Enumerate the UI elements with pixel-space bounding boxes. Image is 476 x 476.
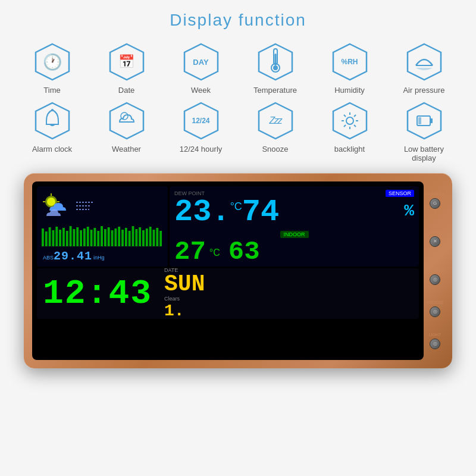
battery-label: Low battery display — [393, 145, 455, 162]
indoor-reading: 27 °C 63 — [174, 239, 414, 265]
temperature-label: Temperature — [253, 86, 297, 95]
svg-line-24 — [354, 125, 356, 127]
svg-point-7 — [273, 65, 278, 70]
svg-rect-61 — [114, 228, 117, 246]
indoor-temp-display: 27 — [174, 239, 206, 265]
side-buttons: CHANNEL G + MODE ✕ SET MAX/MIN ◎ — [426, 181, 444, 360]
svg-point-32 — [47, 198, 55, 206]
light-label: LIGHT — [429, 333, 441, 337]
svg-rect-44 — [55, 227, 58, 246]
time-label: Time — [43, 86, 60, 95]
svg-rect-55 — [93, 228, 96, 246]
device-wrapper: ABS 29.41 inHg DEW POINT SENSOR — [24, 173, 452, 368]
mode-button-group: MODE ✕ SET — [426, 230, 444, 252]
svg-rect-69 — [142, 230, 145, 246]
snooze-button[interactable]: ◎ — [430, 306, 440, 317]
svg-rect-42 — [49, 227, 51, 246]
svg-rect-65 — [129, 231, 131, 246]
feature-humidity: %RH Humidity — [318, 42, 381, 95]
svg-rect-57 — [101, 226, 103, 246]
feature-1224: 12/24 12/24 hourly — [170, 101, 232, 162]
svg-rect-51 — [80, 230, 82, 246]
date-section: DATE SUN Clears 1. — [164, 267, 205, 320]
indoor-humidity-display: 63 — [228, 239, 260, 265]
svg-rect-64 — [125, 228, 127, 246]
svg-rect-49 — [73, 229, 75, 246]
svg-rect-63 — [121, 230, 124, 246]
light-button[interactable]: ◎ — [430, 339, 440, 349]
maxmin-button[interactable]: ◎ — [430, 274, 440, 285]
channel-plus-label: + — [434, 210, 436, 215]
svg-line-23 — [344, 115, 346, 117]
svg-rect-72 — [153, 230, 155, 246]
svg-marker-13 — [110, 103, 143, 139]
weather-graph — [40, 226, 164, 246]
feature-air-pressure: Air pressure — [393, 42, 455, 95]
channel-label: CHANNEL — [425, 192, 444, 197]
maxmin-button-group: MAX/MIN ◎ — [426, 268, 444, 285]
svg-rect-45 — [59, 230, 61, 246]
pressure-unit: inHg — [93, 255, 105, 261]
outdoor-temp-deg: °C — [230, 201, 242, 213]
week-icon: DAY — [181, 42, 221, 82]
svg-rect-53 — [87, 227, 89, 246]
feature-battery: Low battery display — [393, 101, 455, 162]
time-icon: 🕐 — [32, 42, 73, 82]
air-pressure-label: Air pressure — [403, 86, 444, 95]
feature-row-1: 🕐 Time 📅 Date DAY Week — [12, 42, 464, 95]
snooze-icon: Zzz — [255, 101, 296, 141]
feature-row-2: Alarm clock Weather 12/24 12/ — [12, 101, 464, 162]
backlight-label: backlight — [334, 145, 365, 154]
alarm-icon — [32, 101, 73, 141]
time-section: 12:43 DATE SUN Clears 1. — [37, 268, 419, 319]
svg-rect-66 — [132, 226, 134, 246]
svg-rect-29 — [430, 118, 433, 123]
channel-button[interactable]: G — [430, 198, 440, 209]
temperature-icon — [255, 42, 296, 82]
svg-rect-62 — [118, 227, 120, 246]
battery-icon — [404, 101, 444, 141]
svg-rect-71 — [149, 227, 152, 246]
1224-icon: 12/24 — [181, 101, 221, 141]
svg-marker-27 — [408, 103, 441, 139]
outdoor-reading: 23. °C 74 % — [174, 197, 414, 228]
mode-label: MODE — [429, 230, 441, 235]
feature-time: 🕐 Time — [21, 42, 83, 95]
mode-button[interactable]: ✕ — [430, 236, 440, 247]
svg-rect-52 — [83, 228, 86, 246]
svg-rect-73 — [156, 228, 158, 246]
wind-icon — [76, 198, 94, 215]
backlight-icon — [330, 101, 370, 141]
svg-rect-67 — [135, 229, 137, 246]
maxmin-icon: ◎ — [433, 277, 437, 282]
page-title: Display function — [170, 11, 306, 30]
light-button-group: LIGHT ◎ — [426, 333, 444, 349]
date-num: 1. — [164, 302, 205, 320]
weather-label: Weather — [112, 145, 141, 154]
date-icon: 📅 — [107, 42, 147, 82]
snooze-btn-label: SNOOZE — [426, 300, 444, 305]
svg-rect-54 — [90, 230, 93, 246]
outdoor-temp2-display: 74 — [242, 197, 279, 228]
set-label: SET — [431, 248, 439, 253]
light-icon: ◎ — [433, 341, 437, 346]
svg-rect-50 — [76, 227, 79, 246]
temp-humidity-panel: DEW POINT SENSOR 23. °C 74 % — [170, 186, 419, 267]
feature-alarm: Alarm clock — [21, 101, 83, 162]
svg-rect-48 — [70, 226, 72, 246]
feature-week: DAY Week — [170, 42, 232, 95]
snooze-btn-icon: ◎ — [433, 309, 437, 314]
svg-marker-11 — [36, 103, 69, 139]
svg-marker-17 — [333, 103, 367, 139]
humidity-label: Humidity — [334, 86, 365, 95]
svg-rect-46 — [62, 228, 65, 246]
svg-rect-41 — [45, 231, 48, 246]
pressure-display: 29.41 — [54, 249, 92, 263]
sensor-badge: SENSOR — [386, 190, 414, 197]
feature-backlight: backlight — [318, 101, 381, 162]
indoor-temp-deg: °C — [209, 248, 220, 258]
time-display: 12:43 — [43, 277, 152, 311]
device-screen: ABS 29.41 inHg DEW POINT SENSOR — [32, 181, 424, 360]
svg-rect-47 — [66, 231, 68, 246]
svg-rect-43 — [52, 230, 54, 246]
